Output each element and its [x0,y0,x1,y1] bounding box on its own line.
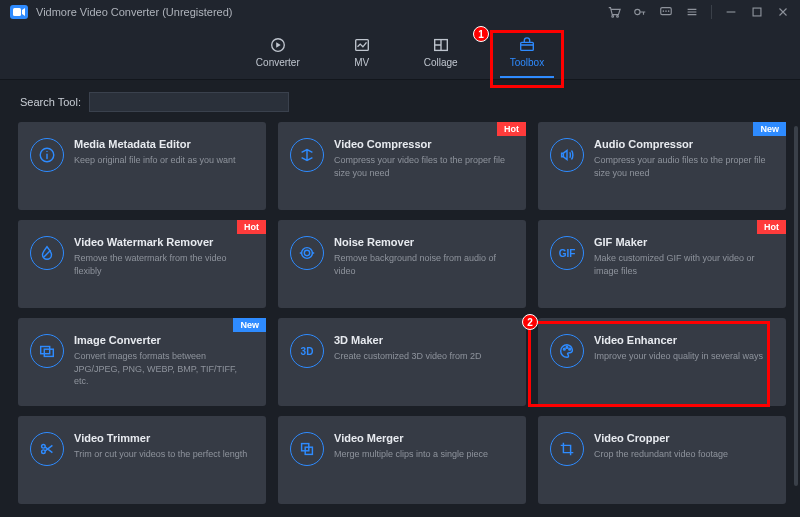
tool-title: 3D Maker [334,334,514,346]
tool-audio-compressor[interactable]: New Audio CompressorCompress your audio … [538,122,786,210]
tool-3d-maker[interactable]: 3D 3D MakerCreate customized 3D video fr… [278,318,526,406]
tool-video-cropper[interactable]: Video CropperCrop the redundant video fo… [538,416,786,504]
palette-icon [550,334,584,368]
tab-label: Collage [424,57,458,68]
tool-desc: Compress your video files to the proper … [334,154,514,179]
svg-point-16 [566,347,568,349]
svg-point-18 [42,445,46,449]
tab-collage[interactable]: Collage [418,32,464,72]
hot-badge: Hot [237,220,266,234]
menu-icon[interactable] [685,5,699,19]
tool-grid: Media Metadata EditorKeep original file … [18,122,786,504]
divider [711,5,712,19]
tool-title: Video Watermark Remover [74,236,254,248]
tab-toolbox[interactable]: Toolbox [504,32,550,72]
svg-point-17 [569,348,571,350]
tool-desc: Remove background noise from audio of vi… [334,252,514,277]
tab-label: Converter [256,57,300,68]
tab-label: Toolbox [510,57,544,68]
svg-point-11 [304,250,309,255]
tool-noise-remover[interactable]: Noise RemoverRemove background noise fro… [278,220,526,308]
toolbox-icon [517,36,537,54]
tool-video-watermark-remover[interactable]: Hot Video Watermark RemoverRemove the wa… [18,220,266,308]
image-convert-icon [30,334,64,368]
tool-video-compressor[interactable]: Hot Video CompressorCompress your video … [278,122,526,210]
scrollbar[interactable] [794,126,798,486]
tab-mv[interactable]: MV [346,32,378,72]
main-nav: Converter MV Collage Toolbox 1 [0,24,800,80]
svg-point-19 [42,450,46,454]
tab-converter[interactable]: Converter [250,32,306,72]
gif-icon: GIF [550,236,584,270]
new-badge: New [233,318,266,332]
tool-desc: Create customized 3D video from 2D [334,350,514,363]
minimize-icon[interactable] [724,5,738,19]
tool-title: Media Metadata Editor [74,138,254,150]
svg-point-3 [635,9,640,14]
tool-video-enhancer[interactable]: Video EnhancerImprove your video quality… [538,318,786,406]
svg-point-15 [563,348,565,350]
tool-title: Video Merger [334,432,514,444]
tool-title: Video Cropper [594,432,774,444]
svg-point-1 [612,16,614,18]
tool-grid-container: Media Metadata EditorKeep original file … [0,116,800,516]
highlight-number-1: 1 [473,26,489,42]
tool-desc: Merge multiple clips into a single piece [334,448,514,461]
tool-title: Image Converter [74,334,254,346]
svg-rect-9 [521,42,534,50]
hot-badge: Hot [497,122,526,136]
key-icon[interactable] [633,5,647,19]
svg-rect-14 [44,349,53,356]
search-label: Search Tool: [20,96,81,108]
hot-badge: Hot [757,220,786,234]
close-icon[interactable] [776,5,790,19]
svg-point-12 [302,248,313,259]
window-title: Vidmore Video Converter (Unregistered) [36,6,232,18]
collage-icon [431,36,451,54]
highlight-number-2: 2 [522,314,538,330]
svg-rect-5 [753,8,761,16]
info-icon [30,138,64,172]
tab-label: MV [354,57,369,68]
tool-title: Video Trimmer [74,432,254,444]
crop-icon [550,432,584,466]
3d-icon: 3D [290,334,324,368]
new-badge: New [753,122,786,136]
mv-icon [352,36,372,54]
tool-desc: Compress your audio files to the proper … [594,154,774,179]
tool-title: Video Compressor [334,138,514,150]
feedback-icon[interactable] [659,5,673,19]
tool-desc: Trim or cut your videos to the perfect l… [74,448,254,461]
noise-icon [290,236,324,270]
scissors-icon [30,432,64,466]
tool-title: Video Enhancer [594,334,774,346]
tool-title: GIF Maker [594,236,774,248]
tool-video-merger[interactable]: Video MergerMerge multiple clips into a … [278,416,526,504]
tool-desc: Convert images formats between JPG/JPEG,… [74,350,254,388]
app-logo-icon [10,5,28,19]
maximize-icon[interactable] [750,5,764,19]
svg-rect-13 [41,347,50,354]
compress-icon [290,138,324,172]
audio-compress-icon [550,138,584,172]
tool-desc: Improve your video quality in several wa… [594,350,774,363]
tool-media-metadata-editor[interactable]: Media Metadata EditorKeep original file … [18,122,266,210]
svg-point-2 [617,16,619,18]
tool-image-converter[interactable]: New Image ConverterConvert images format… [18,318,266,406]
tool-title: Audio Compressor [594,138,774,150]
search-input[interactable] [89,92,289,112]
tool-desc: Keep original file info or edit as you w… [74,154,254,167]
tool-desc: Make customized GIF with your video or i… [594,252,774,277]
watermark-icon [30,236,64,270]
converter-icon [268,36,288,54]
tool-gif-maker[interactable]: Hot GIF GIF MakerMake customized GIF wit… [538,220,786,308]
search-row: Search Tool: [0,80,800,116]
titlebar: Vidmore Video Converter (Unregistered) [0,0,800,24]
tool-title: Noise Remover [334,236,514,248]
tool-video-trimmer[interactable]: Video TrimmerTrim or cut your videos to … [18,416,266,504]
tool-desc: Crop the redundant video footage [594,448,774,461]
svg-rect-0 [13,8,21,16]
cart-icon[interactable] [607,5,621,19]
tool-desc: Remove the watermark from the video flex… [74,252,254,277]
merge-icon [290,432,324,466]
